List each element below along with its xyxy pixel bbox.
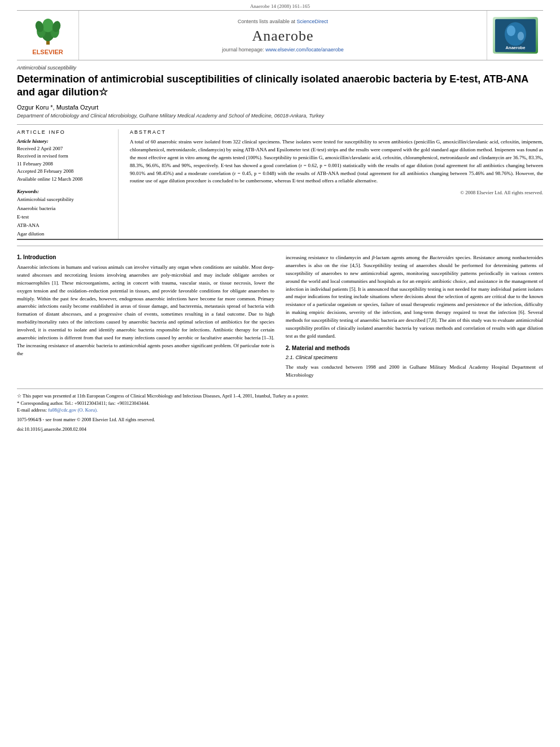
material-methods-heading: 2. Material and methods — [286, 345, 543, 351]
corresponding-footnote: * Corresponding author. Tel.: +903123043… — [17, 400, 543, 407]
intro-heading: 1. Introduction — [17, 254, 274, 260]
abstract-column: ABSTRACT A total of 60 anaerobic strains… — [130, 129, 543, 239]
anaerobe-logo-area: Anaerobe — [487, 11, 543, 60]
sciencedirect-link[interactable]: ScienceDirect — [297, 19, 329, 24]
footnotes: ☆ This paper was presented at 11th Europ… — [17, 388, 543, 433]
homepage-line: journal homepage: www.elsevier.com/locat… — [222, 47, 344, 53]
anaerobe-logo-image: Anaerobe — [495, 18, 536, 53]
svg-point-9 — [506, 25, 515, 36]
keyword-4: ATB-ANA — [17, 221, 111, 230]
available-date: Available online 12 March 2008 — [17, 176, 111, 184]
clinical-specimens-subheading: 2.1. Clinical specimens — [286, 355, 543, 360]
journal-ref: Anaerobe 14 (2008) 161–165 — [0, 0, 560, 10]
journal-title: Anaerobe — [252, 28, 313, 45]
accepted-date: Accepted 28 February 2008 — [17, 168, 111, 176]
abstract-heading: ABSTRACT — [130, 129, 543, 135]
authors: Ozgur Koru *, Mustafa Ozyurt — [17, 104, 543, 111]
section-tag: Antimicrobial susceptibility — [17, 65, 543, 71]
copyright-line: © 2008 Elsevier Ltd. All rights reserved… — [130, 190, 543, 195]
anaerobe-logo-box: Anaerobe — [493, 17, 538, 54]
keyword-3: E-test — [17, 213, 111, 221]
homepage-link[interactable]: www.elsevier.com/locate/anaerobe — [265, 47, 344, 53]
clinical-specimens-text: The study was conducted between 1998 and… — [286, 364, 543, 379]
issn-line: 1075-9964/$ - see front matter © 2008 El… — [17, 416, 543, 423]
email-footnote: E-mail address: fu08@cdc.gov (O. Koru). — [17, 407, 543, 414]
received-date: Received 2 April 2007 — [17, 145, 111, 153]
right-paragraph-1: increasing resistance to clindamycin and… — [286, 254, 543, 340]
doi-line: doi:10.1016/j.anaerobe.2008.02.004 — [17, 426, 543, 433]
journal-header: ELSEVIER Contents lists available at Sci… — [17, 10, 543, 60]
keyword-2: Anaerobic bacteria — [17, 204, 111, 213]
journal-reference: Anaerobe 14 (2008) 161–165 — [250, 3, 310, 9]
elsevier-tree-icon — [31, 15, 65, 46]
star-footnote: ☆ This paper was presented at 11th Europ… — [17, 392, 543, 400]
revised-date: 11 February 2008 — [17, 160, 111, 168]
left-body-column: 1. Introduction Anaerobic infections in … — [17, 254, 274, 383]
star-marker: ☆ — [99, 86, 108, 98]
right-body-column: increasing resistance to clindamycin and… — [286, 254, 543, 383]
affiliation: Department of Microbiology and Clinical … — [17, 113, 543, 119]
section-divider — [17, 239, 543, 240]
keyword-5: Agar dilution — [17, 230, 111, 238]
keyword-1: Antimicrobial susceptibility — [17, 195, 111, 204]
main-body: 1. Introduction Anaerobic infections in … — [17, 246, 543, 383]
svg-text:Anaerobe: Anaerobe — [505, 45, 525, 50]
abstract-text: A total of 60 anaerobic strains were iso… — [130, 138, 543, 186]
article-content: Antimicrobial susceptibility Determinati… — [17, 60, 543, 239]
article-info-heading: ARTICLE INFO — [17, 129, 111, 135]
svg-point-10 — [517, 32, 523, 40]
email-link[interactable]: fu08@cdc.gov (O. Koru). — [48, 407, 98, 413]
intro-paragraph-1: Anaerobic infections in humans and vario… — [17, 264, 274, 358]
elsevier-label: ELSEVIER — [31, 49, 65, 55]
keywords-label: Keywords: — [17, 189, 111, 194]
svg-point-4 — [42, 19, 54, 32]
page: Anaerobe 14 (2008) 161–165 ELSEVIER — [0, 0, 560, 747]
elsevier-logo-area: ELSEVIER — [17, 11, 79, 60]
contents-available-text: Contents lists available at ScienceDirec… — [238, 19, 328, 24]
received-revised-label: Received in revised form — [17, 152, 111, 160]
history-label: Article history: — [17, 138, 111, 144]
article-title: Determination of antimicrobial susceptib… — [17, 73, 543, 99]
keywords-list: Antimicrobial susceptibility Anaerobic b… — [17, 195, 111, 238]
article-info-column: ARTICLE INFO Article history: Received 2… — [17, 129, 119, 239]
article-info-abstract-section: ARTICLE INFO Article history: Received 2… — [17, 124, 543, 239]
journal-center: Contents lists available at ScienceDirec… — [79, 11, 487, 60]
